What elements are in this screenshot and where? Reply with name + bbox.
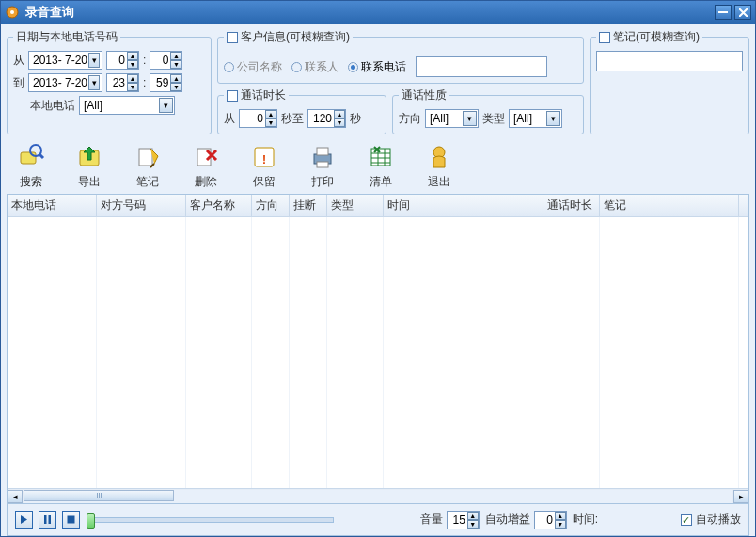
column-header[interactable]: 本地电话 <box>8 195 97 216</box>
date-phone-group: 日期与本地电话号码 从 2013- 7-20▾ 0▲▼ : 0▲▼ 到 2013… <box>7 29 212 134</box>
autogain-spinner[interactable]: 0▲▼ <box>534 511 567 529</box>
search-icon <box>16 142 46 172</box>
column-header[interactable]: 客户名称 <box>186 195 252 216</box>
svg-rect-18 <box>68 516 75 524</box>
toolbar: 搜索 导出 笔记 删除 !保留 打印 清单 退出 <box>7 134 749 194</box>
column-header[interactable]: 方向 <box>252 195 290 216</box>
delete-button[interactable]: 删除 <box>185 142 227 190</box>
customer-input[interactable] <box>416 56 547 77</box>
player-bar: 音量 15▲▼ 自动增益 0▲▼ 时间: 自动播放 <box>7 504 749 536</box>
date-phone-legend: 日期与本地电话号码 <box>13 29 120 45</box>
app-icon <box>5 5 20 20</box>
radio-contact[interactable]: 联系人 <box>291 59 339 75</box>
chevron-down-icon[interactable]: ▾ <box>546 111 560 126</box>
play-button[interactable] <box>15 511 33 529</box>
customer-group: 客户信息(可模糊查询) 公司名称 联系人 联系电话 <box>217 29 584 84</box>
local-phone-combo[interactable]: [All]▾ <box>79 96 175 115</box>
delete-icon <box>191 142 221 172</box>
results-grid: 本地电话对方号码客户名称方向挂断类型时间通话时长笔记 ◂ ▸ <box>7 194 749 504</box>
note-filter-checkbox[interactable] <box>599 32 610 43</box>
duration-filter-checkbox[interactable] <box>227 90 238 102</box>
note-button[interactable]: 笔记 <box>127 142 168 190</box>
note-icon <box>133 142 163 172</box>
chevron-down-icon[interactable]: ▾ <box>159 98 173 113</box>
close-button[interactable] <box>734 5 751 20</box>
to-min-spinner[interactable]: 59▲▼ <box>150 73 182 92</box>
to-hour-spinner[interactable]: 23▲▼ <box>106 73 139 92</box>
grid-body <box>8 217 748 488</box>
to-label: 到 <box>13 75 24 91</box>
grid-header: 本地电话对方号码客户名称方向挂断类型时间通话时长笔记 <box>8 195 748 217</box>
column-header[interactable]: 挂断 <box>290 195 327 216</box>
column-header[interactable]: 对方号码 <box>97 195 186 216</box>
note-input[interactable] <box>596 51 743 71</box>
horizontal-scrollbar[interactable]: ◂ ▸ <box>8 488 748 503</box>
date-from-input[interactable]: 2013- 7-20▾ <box>28 51 102 70</box>
client-area: 日期与本地电话号码 从 2013- 7-20▾ 0▲▼ : 0▲▼ 到 2013… <box>1 24 755 536</box>
chevron-down-icon[interactable]: ▾ <box>88 75 100 90</box>
svg-line-5 <box>39 154 43 158</box>
filter-panels: 日期与本地电话号码 从 2013- 7-20▾ 0▲▼ : 0▲▼ 到 2013… <box>7 29 749 134</box>
note-group: 笔记(可模糊查询) <box>590 29 749 134</box>
duration-group: 通话时长 从 0▲▼ 秒至 120▲▼ 秒 <box>217 87 386 134</box>
minimize-button[interactable] <box>715 5 732 20</box>
date-to-input[interactable]: 2013- 7-20▾ <box>28 73 102 92</box>
list-button[interactable]: 清单 <box>360 142 402 190</box>
volume-spinner[interactable]: 15▲▼ <box>447 511 480 529</box>
app-window: 录音查询 日期与本地电话号码 从 2013- 7-20▾ 0▲▼ : 0▲▼ 到… <box>0 0 756 537</box>
from-min-spinner[interactable]: 0▲▼ <box>150 51 182 70</box>
svg-rect-12 <box>317 148 328 155</box>
dur-to-spinner[interactable]: 120▲▼ <box>307 109 346 128</box>
svg-rect-3 <box>21 152 36 164</box>
window-title: 录音查询 <box>25 4 712 21</box>
scroll-right-button[interactable]: ▸ <box>733 490 748 503</box>
exit-button[interactable]: 退出 <box>418 142 460 190</box>
type-combo[interactable]: [All]▾ <box>509 109 562 128</box>
time-label: 时间: <box>573 512 598 528</box>
print-icon <box>307 142 338 172</box>
export-icon <box>74 142 104 172</box>
autoplay-checkbox[interactable] <box>681 514 692 526</box>
pause-button[interactable] <box>39 511 56 529</box>
chevron-down-icon[interactable]: ▾ <box>88 53 100 68</box>
autoplay-label: 自动播放 <box>696 512 741 528</box>
column-header[interactable]: 类型 <box>327 195 384 216</box>
svg-rect-2 <box>718 11 728 13</box>
scroll-thumb[interactable] <box>24 490 174 501</box>
exit-icon <box>424 142 454 172</box>
column-header[interactable]: 时间 <box>384 195 543 216</box>
nature-group-legend: 通话性质 <box>399 87 449 103</box>
stop-button[interactable] <box>62 511 80 529</box>
keep-icon: ! <box>249 142 279 172</box>
customer-group-legend: 客户信息(可模糊查询) <box>241 29 350 45</box>
radio-company[interactable]: 公司名称 <box>224 59 282 75</box>
from-hour-spinner[interactable]: 0▲▼ <box>106 51 139 70</box>
titlebar: 录音查询 <box>1 1 755 24</box>
export-button[interactable]: 导出 <box>69 142 110 190</box>
print-button[interactable]: 打印 <box>302 142 343 190</box>
position-slider[interactable] <box>89 517 334 523</box>
scroll-left-button[interactable]: ◂ <box>8 490 23 503</box>
dur-from-spinner[interactable]: 0▲▼ <box>239 109 277 128</box>
radio-phone[interactable]: 联系电话 <box>348 59 406 75</box>
column-header[interactable]: 通话时长 <box>543 195 600 216</box>
svg-rect-13 <box>317 162 328 167</box>
search-button[interactable]: 搜索 <box>10 142 52 190</box>
nature-group: 通话性质 方向 [All]▾ 类型 [All]▾ <box>392 87 584 134</box>
column-header[interactable]: 笔记 <box>600 195 739 216</box>
svg-text:!: ! <box>262 153 266 166</box>
keep-button[interactable]: !保留 <box>244 142 285 190</box>
svg-point-1 <box>10 10 14 14</box>
local-phone-label: 本地电话 <box>30 98 75 114</box>
slider-thumb[interactable] <box>87 513 95 529</box>
svg-rect-17 <box>49 515 52 524</box>
volume-label: 音量 <box>420 512 443 528</box>
list-icon <box>366 142 396 172</box>
customer-filter-checkbox[interactable] <box>227 32 238 43</box>
direction-combo[interactable]: [All]▾ <box>425 109 479 128</box>
from-label: 从 <box>13 53 24 69</box>
autogain-label: 自动增益 <box>485 512 530 528</box>
svg-rect-7 <box>139 149 152 166</box>
svg-rect-16 <box>44 515 47 524</box>
chevron-down-icon[interactable]: ▾ <box>463 111 477 126</box>
